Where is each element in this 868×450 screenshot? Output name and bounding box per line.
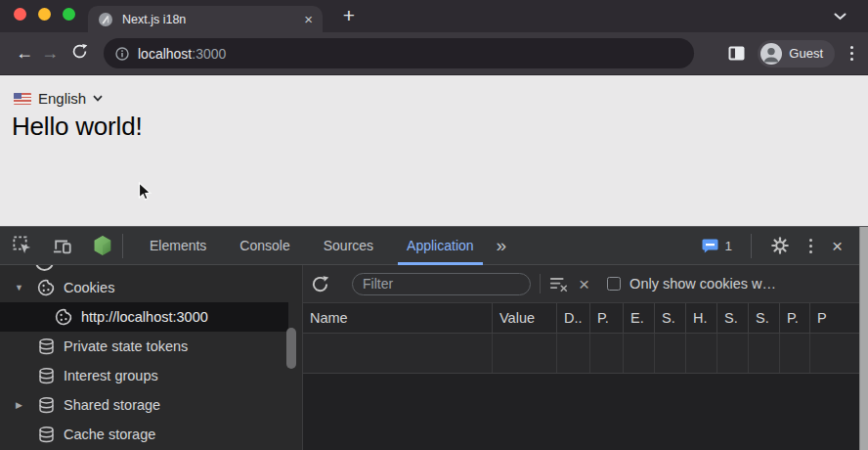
column-header-p[interactable]: P. [780, 303, 810, 333]
browser-window: Next.js i18n × + ← → localhost:3000 [0, 0, 868, 450]
language-chevron-icon [93, 95, 103, 102]
url-text: localhost:3000 [138, 46, 226, 62]
sidebar-item-cookies[interactable]: ▼Cookies [0, 273, 288, 302]
sidebar-item-label: Shared storage [64, 397, 160, 413]
application-sidebar: ▼Cookieshttp://localhost:3000Private sta… [0, 265, 303, 450]
column-header-name[interactable]: Name [303, 303, 493, 333]
sidebar-item-shared-storage[interactable]: ▶Shared storage [0, 390, 288, 420]
close-window-button[interactable] [14, 8, 26, 21]
profile-name: Guest [789, 46, 823, 61]
sidebar-item-cache-storage[interactable]: Cache storage [0, 420, 288, 449]
language-selector[interactable]: English [14, 90, 103, 107]
database-icon [36, 367, 56, 385]
window-controls [14, 8, 75, 21]
sidebar-item-label: Cookies [64, 280, 114, 295]
us-flag-icon [14, 93, 31, 105]
filter-input[interactable] [352, 273, 531, 295]
column-header-value[interactable]: Value [493, 303, 557, 333]
cookie-icon [54, 307, 73, 327]
empty-cell [624, 334, 655, 373]
devtools-toolbar: ElementsConsoleSourcesApplication » 1 × [0, 227, 868, 265]
disclosure-closed-icon[interactable]: ▶ [12, 400, 26, 410]
settings-gear-icon[interactable] [770, 236, 790, 255]
devtools-tab-sources[interactable]: Sources [307, 227, 390, 265]
column-header-e[interactable]: E. [624, 303, 655, 333]
empty-cell [557, 334, 590, 373]
cookies-table-empty-row[interactable] [303, 334, 868, 374]
browser-toolbar: ← → localhost:3000 Guest [0, 32, 868, 75]
profile-chip[interactable]: Guest [758, 40, 835, 68]
empty-cell [686, 334, 717, 373]
database-icon [36, 338, 56, 356]
browser-menu-icon[interactable] [847, 46, 856, 61]
issues-count: 1 [724, 239, 732, 253]
sidebar-item-label: Interest groups [64, 368, 158, 383]
column-header-s[interactable]: S. [717, 303, 749, 333]
back-button[interactable]: ← [12, 43, 37, 64]
sidebar-scrollbar-thumb[interactable] [286, 328, 296, 369]
tab-close-icon[interactable]: × [304, 12, 313, 26]
page-viewport: English Hello world! [0, 75, 868, 225]
devtools-close-icon[interactable]: × [832, 237, 843, 255]
side-panel-icon[interactable] [728, 46, 745, 61]
reload-button[interactable] [66, 43, 92, 64]
empty-cell [303, 334, 493, 373]
column-header-d[interactable]: D.. [557, 303, 590, 333]
cookies-table-filler [303, 374, 868, 450]
maximize-window-button[interactable] [63, 8, 75, 21]
avatar [760, 43, 782, 65]
language-label: English [38, 90, 86, 107]
issues-button[interactable]: 1 [702, 239, 732, 253]
site-info-icon[interactable] [115, 47, 129, 61]
forward-button[interactable]: → [37, 43, 63, 64]
column-header-s[interactable]: S. [749, 303, 780, 333]
cookies-panel: × Only show cookies w… NameValueD..P.E.S… [303, 265, 868, 450]
tab-strip: Next.js i18n × + [0, 0, 868, 32]
devtools-tab-console[interactable]: Console [223, 227, 306, 265]
sidebar-item-label: http://localhost:3000 [81, 309, 208, 325]
database-icon [36, 426, 56, 444]
column-header-s[interactable]: S. [655, 303, 686, 333]
empty-cell [717, 334, 749, 373]
tab-search-chevron-icon[interactable] [834, 13, 846, 21]
device-toolbar-icon[interactable] [53, 237, 72, 255]
empty-cell [780, 334, 810, 373]
clear-filter-icon[interactable] [549, 275, 569, 292]
more-tabs-button[interactable]: » [491, 228, 512, 263]
browser-tab[interactable]: Next.js i18n × [88, 6, 323, 32]
sidebar-item-cookies-localhost[interactable]: http://localhost:3000 [0, 302, 288, 332]
devtools-tabs: ElementsConsoleSourcesApplication [133, 227, 491, 265]
column-header-h[interactable]: H. [686, 303, 717, 333]
column-header-p[interactable]: P. [590, 303, 624, 333]
page-heading: Hello world! [12, 112, 142, 142]
devtools-panel: ElementsConsoleSourcesApplication » 1 × … [0, 226, 868, 450]
sidebar-item-interest-groups[interactable]: Interest groups [0, 361, 288, 390]
delete-cookies-icon[interactable]: × [579, 275, 589, 293]
devtools-tab-elements[interactable]: Elements [133, 227, 223, 265]
empty-cell [493, 334, 557, 373]
disclosure-open-icon[interactable]: ▼ [12, 283, 26, 292]
only-show-issues-checkbox[interactable] [607, 277, 621, 291]
sidebar-item-private-state-tokens[interactable]: Private state tokens [0, 332, 288, 361]
cookie-icon [36, 278, 56, 297]
nodejs-icon[interactable] [93, 234, 112, 257]
tab-title: Next.js i18n [122, 13, 304, 26]
empty-cell [749, 334, 780, 373]
devtools-menu-icon[interactable] [806, 239, 815, 253]
devtools-scrollbar[interactable] [859, 227, 868, 450]
sidebar-item-label: Cache storage [64, 427, 155, 442]
minimize-window-button[interactable] [38, 8, 51, 21]
refresh-cookies-icon[interactable] [309, 275, 330, 293]
cookies-table-header: NameValueD..P.E.S.H.S.S.P.P [303, 303, 868, 334]
tab-favicon-icon [98, 12, 113, 27]
new-tab-button[interactable]: + [336, 3, 362, 28]
mouse-cursor [138, 182, 152, 202]
cookies-filter-bar: × Only show cookies w… [303, 265, 868, 303]
address-bar[interactable]: localhost:3000 [104, 38, 694, 68]
issues-icon [702, 239, 718, 253]
inspect-element-icon[interactable] [13, 236, 32, 255]
sidebar-item-label: Private state tokens [64, 338, 188, 354]
database-icon [36, 396, 56, 415]
empty-cell [655, 334, 686, 373]
devtools-tab-application[interactable]: Application [390, 227, 491, 265]
